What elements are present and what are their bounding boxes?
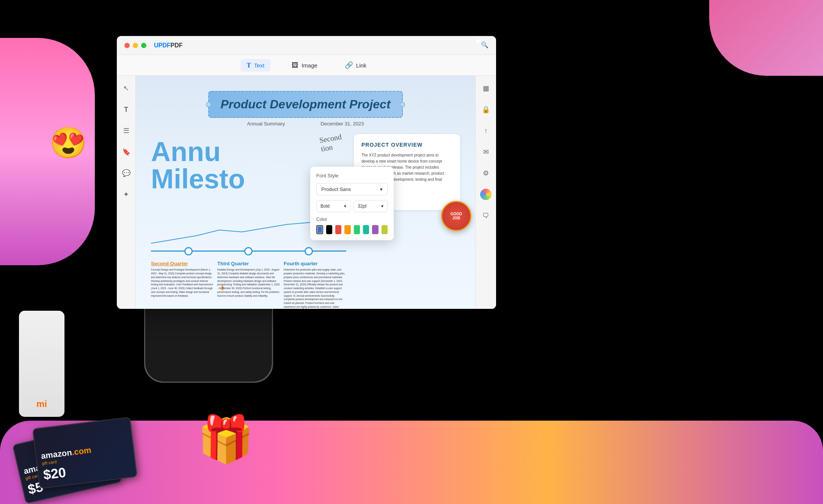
doc-subtitle: Annual Summary December 31, 2023 xyxy=(151,121,460,127)
star-emoji: 😍 xyxy=(49,125,87,161)
color-section-label: Color xyxy=(316,217,388,222)
quarter-fourth-title: Fourth quarter xyxy=(284,261,346,266)
toolbar-text-label: Text xyxy=(254,62,265,69)
gift-card-2: amazon.com gift card $20 xyxy=(32,417,138,489)
right-sidebar: ▦ 🔒 ↑ ✉ ⚙ 🗨 xyxy=(475,76,496,309)
font-size-dropdown-icon: ▾ xyxy=(381,203,383,209)
color-swatch-teal[interactable] xyxy=(363,225,369,234)
large-text-line1: Annu xyxy=(151,138,346,165)
font-style-value: Bold xyxy=(320,203,330,209)
sidebar-icon-tools[interactable]: ⚙ xyxy=(479,166,493,180)
decorative-star-1: ★ xyxy=(474,36,482,46)
sidebar-icon-share[interactable]: ↑ xyxy=(479,124,493,138)
sidebar-icon-text[interactable]: T xyxy=(119,103,133,116)
app-title: UPDFPDF xyxy=(154,42,183,49)
search-button[interactable]: 🔍 xyxy=(481,41,488,49)
sidebar-icon-bookmark[interactable]: 🔖 xyxy=(119,145,133,159)
doc-page: Product Development Project Annual Summa… xyxy=(136,76,475,309)
image-toolbar-icon: 🖼 xyxy=(292,61,298,69)
toolbar: 𝐓 Text 🖼 Image 🔗 Link 🔍 xyxy=(117,55,496,76)
toolbar-image-label: Image xyxy=(302,62,317,69)
toolbar-image[interactable]: 🖼 Image xyxy=(286,59,324,72)
bg-blob-top-right xyxy=(709,0,823,76)
search-icon: 🔍 xyxy=(481,42,488,48)
left-sidebar: ↖ T ☰ 🔖 💬 ✦ xyxy=(117,76,136,309)
sidebar-icon-color-wheel[interactable] xyxy=(479,188,493,201)
star-decoration: ✦ xyxy=(219,283,226,293)
timeline-dot-2 xyxy=(244,247,253,255)
updf-window: UPDFPDF 𝐓 Text 🖼 Image 🔗 Link 🔍 ↖ T ☰ 🔖 … xyxy=(117,36,496,309)
link-toolbar-icon: 🔗 xyxy=(345,61,353,69)
sidebar-icon-pages[interactable]: ☰ xyxy=(119,124,133,138)
quarter-third-title: Third Quarter xyxy=(217,261,280,266)
font-name-value: Product Sans xyxy=(321,186,351,192)
minimize-button[interactable] xyxy=(133,43,138,48)
sidebar-icon-ocr[interactable]: ▦ xyxy=(479,81,493,95)
close-button[interactable] xyxy=(124,43,130,48)
quarter-second: Second Quarter Concept Design and Protot… xyxy=(151,261,214,309)
badge-line2: JOB xyxy=(452,216,460,220)
font-name-dropdown-icon: ▾ xyxy=(380,186,383,192)
sidebar-icon-email[interactable]: ✉ xyxy=(479,145,493,159)
quarter-second-content: Concept Design and Prototype Development… xyxy=(151,268,214,297)
title-dot-right xyxy=(400,102,405,107)
doc-header: Product Development Project Annual Summa… xyxy=(151,91,460,127)
font-size-select[interactable]: 32pt ▾ xyxy=(353,200,388,212)
quarter-second-title: Second Quarter xyxy=(151,261,214,266)
sidebar-icon-comment[interactable]: 💬 xyxy=(119,166,133,180)
sidebar-icon-stamp[interactable]: ✦ xyxy=(119,188,133,201)
timeline-dot-1 xyxy=(184,247,193,255)
style-row: Bold ▾ 32pt ▾ xyxy=(316,200,388,212)
window-controls xyxy=(124,43,146,48)
color-swatch-purple[interactable] xyxy=(372,225,378,234)
title-dot-left xyxy=(206,102,211,107)
toolbar-link-label: Link xyxy=(356,62,367,69)
good-job-badge: GOOD JOB xyxy=(441,201,471,231)
quarter-fourth: Fourth quarter Determine the production … xyxy=(284,261,346,309)
mi-logo: mi xyxy=(36,399,47,409)
color-wheel-icon xyxy=(480,189,492,200)
sidebar-icon-protect[interactable]: 🔒 xyxy=(479,103,493,116)
subtitle-left: Annual Summary xyxy=(247,121,285,127)
badge-line1: GOOD xyxy=(451,212,462,216)
font-style-select[interactable]: Bold ▾ xyxy=(316,200,350,212)
color-swatch-lime[interactable] xyxy=(382,225,388,234)
main-content: ↖ T ☰ 🔖 💬 ✦ Product Development Project … xyxy=(117,76,496,309)
sidebar-icon-chat[interactable]: 🗨 xyxy=(479,209,493,222)
color-swatch-blue[interactable] xyxy=(316,225,323,234)
doc-title-box[interactable]: Product Development Project xyxy=(208,91,402,118)
overview-title: PROJECT OVERVIEW xyxy=(361,142,452,148)
maximize-button[interactable] xyxy=(141,43,146,48)
quarter-third: Third Quarter Detailed Design and Develo… xyxy=(217,261,280,309)
chart-svg xyxy=(151,217,322,247)
gift-box: 🎁 xyxy=(197,413,254,466)
doc-title: Product Development Project xyxy=(220,97,390,111)
toolbar-link[interactable]: 🔗 Link xyxy=(339,59,373,72)
font-style-popup: Font Style Product Sans ▾ Bold ▾ 32pt xyxy=(310,167,394,240)
font-size-value: 32pt xyxy=(358,203,366,209)
color-swatch-green[interactable] xyxy=(354,225,360,234)
power-bank: mi xyxy=(19,311,64,417)
color-swatches xyxy=(316,225,388,234)
quarters-container: Second Quarter Concept Design and Protot… xyxy=(151,261,346,309)
color-swatch-red[interactable] xyxy=(335,225,341,234)
quarter-third-content: Detailed Design and Development (July 1,… xyxy=(217,268,280,297)
app-title-colored: UPDF xyxy=(154,42,171,49)
font-name-select[interactable]: Product Sans ▾ xyxy=(316,183,388,196)
title-bar: UPDFPDF xyxy=(117,36,496,55)
doc-canvas: Product Development Project Annual Summa… xyxy=(136,76,475,309)
toolbar-text[interactable]: 𝐓 Text xyxy=(240,59,271,72)
subtitle-right: December 31, 2023 xyxy=(320,121,364,127)
sidebar-icon-cursor[interactable]: ↖ xyxy=(119,81,133,95)
color-swatch-orange[interactable] xyxy=(344,225,350,234)
color-swatch-black[interactable] xyxy=(326,225,332,234)
timeline-dot-3 xyxy=(305,247,313,255)
text-toolbar-icon: 𝐓 xyxy=(247,61,251,69)
popup-title: Font Style xyxy=(316,173,388,178)
font-style-dropdown-icon: ▾ xyxy=(344,203,346,209)
quarter-fourth-content: Determine the production plan and supply… xyxy=(284,268,346,309)
doc-body: Annu Milesto xyxy=(151,134,460,309)
badge-circle: GOOD JOB xyxy=(441,201,471,231)
